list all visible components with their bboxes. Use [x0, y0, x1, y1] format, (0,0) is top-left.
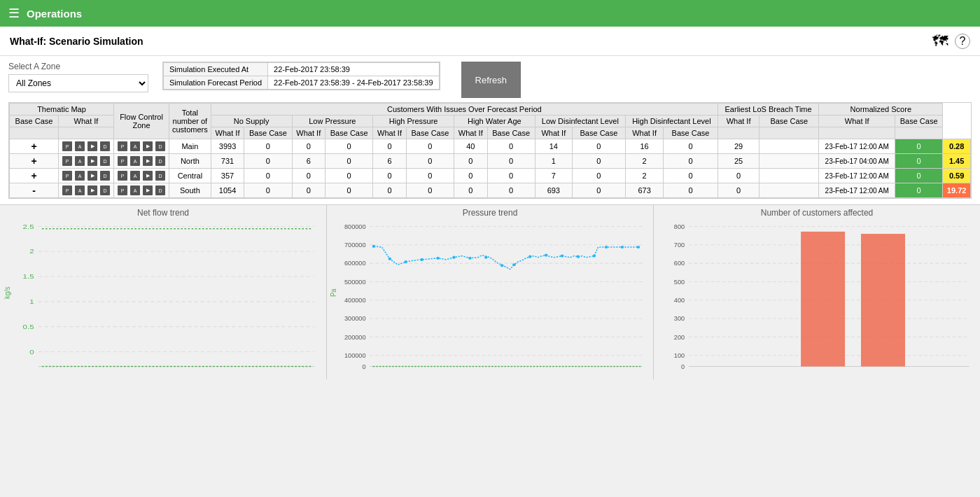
th-hwa-wi: What If — [454, 127, 488, 139]
hwa-bc: 14 — [535, 139, 572, 154]
expand-btn[interactable]: + — [10, 139, 59, 154]
th-thematic-map: Thematic Map — [10, 104, 114, 115]
hamburger-icon[interactable]: ☰ — [8, 6, 20, 21]
svg-point-44 — [512, 263, 516, 266]
net-flow-chart: Net flow trend 2.5 2 1.5 1 0.5 0 kg/s — [0, 205, 327, 379]
expand-btn[interactable]: + — [10, 169, 59, 183]
elos-wi — [760, 169, 819, 183]
svg-point-36 — [388, 258, 392, 260]
hp-wi: 0 — [406, 139, 454, 154]
svg-text:800000: 800000 — [344, 223, 366, 230]
svg-rect-72 — [801, 232, 845, 367]
svg-text:0: 0 — [29, 348, 34, 356]
th-lp-wi: What If — [292, 127, 326, 139]
svg-text:1.5: 1.5 — [23, 272, 34, 280]
ld-wi: 0 — [572, 183, 625, 198]
elos-wi — [760, 154, 819, 169]
score-wi: 0 — [895, 183, 943, 198]
zone-name: North — [169, 154, 211, 169]
data-table-container: Thematic Map Flow Control Zone Total num… — [8, 102, 972, 199]
ld-wi: 0 — [572, 139, 625, 154]
th-score-bc-sub — [895, 127, 943, 139]
th-score-wi-sub — [819, 127, 895, 139]
svg-text:1: 1 — [29, 298, 34, 305]
ns-wi: 0 — [244, 183, 292, 198]
what-if-flags: P A ▶ D — [114, 139, 169, 154]
zone-name: Main — [169, 139, 211, 154]
lp-wi: 0 — [326, 169, 373, 183]
data-table: Thematic Map Flow Control Zone Total num… — [9, 103, 971, 198]
th-earliest-los: Earliest LoS Breach Time — [718, 104, 818, 115]
ns-bc: 6 — [292, 154, 326, 169]
page-title: What-If: Scenario Simulation — [10, 36, 932, 47]
hd-bc: 0 — [718, 183, 759, 198]
charts-section: Net flow trend 2.5 2 1.5 1 0.5 0 kg/s — [0, 204, 980, 379]
hp-bc: 40 — [454, 139, 488, 154]
expand-btn[interactable]: - — [10, 183, 59, 198]
svg-point-48 — [577, 255, 580, 258]
svg-text:100: 100 — [674, 352, 685, 359]
table-row: + P A ▶ D P A ▶ D Central 357 0 0 0 0 0 … — [10, 169, 971, 183]
page-header: What-If: Scenario Simulation 🗺 ? — [0, 27, 980, 56]
svg-point-50 — [605, 246, 608, 248]
lp-bc: 0 — [373, 169, 407, 183]
hwa-bc: 1 — [535, 154, 572, 169]
th-ns-wi: What If — [211, 127, 244, 139]
zone-row: Select A Zone All Zones Main North Centr… — [8, 62, 972, 98]
svg-text:2.5: 2.5 — [23, 223, 34, 230]
hwa-wi: 0 — [487, 139, 535, 154]
th-ns-bc: Base Case — [244, 127, 292, 139]
th-elos-bc-sub — [760, 127, 819, 139]
map-icon[interactable]: 🗺 — [932, 32, 948, 50]
hwa-wi: 0 — [487, 169, 535, 183]
th-hd-wi: What If — [625, 127, 663, 139]
ld-bc: 673 — [625, 183, 663, 198]
hd-bc: 0 — [718, 169, 759, 183]
customers-svg: 800 700 600 500 400 300 200 100 0 — [657, 219, 977, 374]
svg-point-37 — [404, 260, 407, 263]
customer-count: 731 — [211, 154, 244, 169]
svg-text:400: 400 — [674, 297, 685, 304]
hwa-bc: 7 — [535, 169, 572, 183]
th-flow-zone: Flow Control Zone — [114, 104, 169, 139]
score-bc: 19.72 — [943, 183, 971, 198]
svg-rect-73 — [861, 234, 905, 366]
zone-name: Central — [169, 169, 211, 183]
help-icon[interactable]: ? — [955, 34, 970, 49]
th-lp-bc: Base Case — [326, 127, 373, 139]
ns-wi: 0 — [244, 169, 292, 183]
th-map-wi-sub — [59, 127, 114, 139]
what-if-flags: P A ▶ D — [114, 154, 169, 169]
score-wi: 0 — [895, 154, 943, 169]
ns-bc: 0 — [292, 139, 326, 154]
svg-text:0.5: 0.5 — [23, 323, 34, 330]
svg-text:700000: 700000 — [344, 241, 366, 248]
pressure-title: Pressure trend — [330, 208, 650, 218]
elos-wi — [760, 183, 819, 198]
ld-wi: 0 — [572, 154, 625, 169]
expand-btn[interactable]: + — [10, 154, 59, 169]
score-bc: 0.59 — [943, 169, 971, 183]
th-high-dis: High Disinfectant Level — [625, 115, 718, 127]
th-base-case-map: Base Case — [10, 115, 59, 127]
svg-point-39 — [436, 257, 440, 260]
zone-name: South — [169, 183, 211, 198]
zone-label: Select A Zone — [8, 62, 148, 71]
svg-point-47 — [561, 255, 564, 258]
score-bc: 1.45 — [943, 154, 971, 169]
lp-bc: 0 — [373, 139, 407, 154]
th-map-bc-sub — [10, 127, 59, 139]
refresh-button[interactable]: Refresh — [461, 62, 522, 98]
svg-text:300000: 300000 — [344, 316, 366, 323]
hp-bc: 0 — [454, 183, 488, 198]
net-flow-svg: 2.5 2 1.5 1 0.5 0 kg/s — [3, 219, 323, 374]
svg-point-41 — [468, 257, 472, 260]
sim-info: Simulation Executed At 22-Feb-2017 23:58… — [162, 62, 440, 90]
elos-wi — [760, 139, 819, 154]
lp-wi: 0 — [326, 154, 373, 169]
svg-point-46 — [545, 253, 548, 256]
score-wi: 0 — [895, 139, 943, 154]
base-case-flags: P A ▶ D — [59, 169, 114, 183]
th-elos-wi-sub — [718, 127, 759, 139]
zone-dropdown[interactable]: All Zones Main North Central South — [8, 74, 148, 92]
